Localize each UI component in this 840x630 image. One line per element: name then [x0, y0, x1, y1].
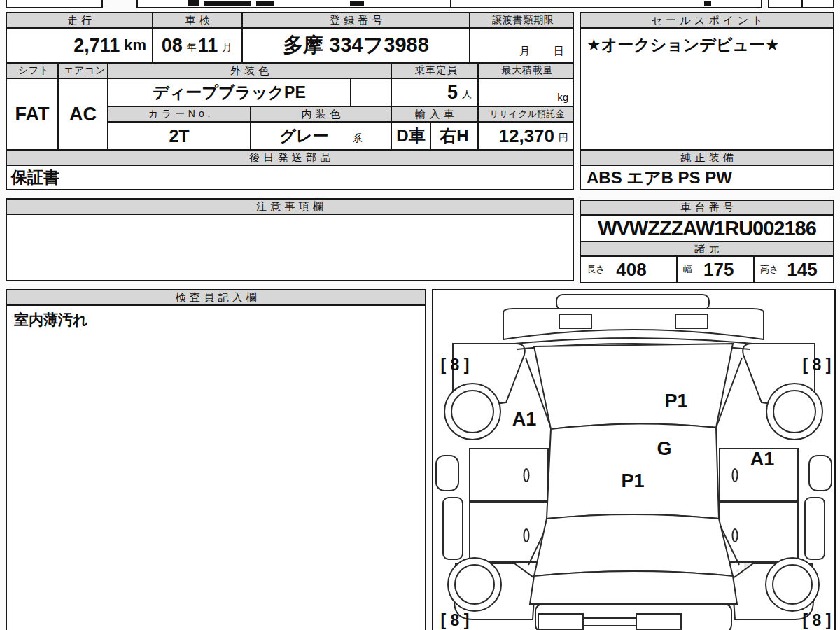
genuine-equipment-value: ABS エアB PS PW — [580, 164, 834, 190]
exterior-color-header: 外装色 — [107, 62, 392, 79]
exterior-color-value: ディープブラックPE — [107, 78, 351, 107]
cutoff-text-fragment — [188, 0, 199, 6]
car-top-view-diagram: WEB STUDIO.PRO — [433, 290, 834, 630]
import-car-value-1: D車 — [391, 121, 431, 150]
notice-header: 注意事項欄 — [6, 198, 574, 215]
spec-length-cell: 長さ 408 — [580, 255, 678, 284]
color-no-header: カラーNo. — [107, 106, 251, 122]
cutoff-text-fragment — [704, 1, 711, 6]
later-parts-header: 後日発送部品 — [6, 149, 574, 166]
cutoff-text-fragment — [204, 1, 251, 6]
inspection-header: 車検 — [152, 12, 243, 29]
auction-sheet: 走行 車検 登録番号 譲渡書類期限 2,711km 08年11月 多摩 334フ… — [0, 0, 840, 630]
right-rear-door — [720, 502, 798, 562]
spec-width-cell: 幅 175 — [676, 255, 755, 284]
rear-bumper-detail-center — [583, 618, 636, 626]
cutoff-row-segment — [136, 0, 451, 8]
notice-body — [6, 214, 574, 281]
recycle-deposit-header: リサイクル預託金 — [477, 106, 574, 122]
rear-bumper-detail-right — [636, 614, 681, 629]
cutoff-row-segment — [6, 0, 103, 8]
damage-diagram-box: WEB STUDIO.PRO — [432, 289, 836, 630]
spec-height-cell: 高さ 145 — [753, 255, 834, 284]
damage-code: A1 — [512, 409, 537, 430]
max-load-value: kg — [477, 78, 574, 107]
right-mirror — [809, 456, 832, 491]
import-car-header: 輸入車 — [391, 106, 479, 122]
cutoff-row-segment — [768, 0, 803, 8]
tire-depth-mark: [ 8 ] — [441, 611, 470, 629]
chassis-number-value: WVWZZZAW1RU002186 — [580, 214, 834, 242]
damage-code: G — [657, 438, 671, 459]
shift-header: シフト — [6, 62, 59, 79]
hood — [503, 309, 764, 340]
tire-depth-mark: [ 8 ] — [441, 356, 470, 374]
left-headlight — [559, 314, 592, 328]
cowl-line-1 — [514, 338, 752, 344]
capacity-header: 乗車定員 — [391, 62, 479, 79]
registration-header: 登録番号 — [241, 12, 470, 29]
recycle-deposit-value: 12,370円 — [477, 121, 574, 150]
aircon-value: AC — [57, 78, 108, 150]
left-sill — [443, 498, 463, 559]
right-headlight — [676, 314, 708, 328]
specs-header: 諸元 — [580, 241, 834, 257]
cutoff-text-fragment — [350, 1, 364, 6]
front-bumper — [556, 295, 709, 310]
interior-color-header: 内装色 — [250, 106, 392, 122]
aircon-header: エアコン — [57, 62, 108, 79]
rear-bumper-detail-left — [538, 614, 583, 629]
left-front-door — [470, 449, 548, 500]
damage-code: P1 — [664, 391, 687, 412]
exterior-color-spare-cell — [350, 78, 392, 107]
windshield — [534, 344, 733, 429]
capacity-value: 5人 — [391, 78, 479, 107]
interior-color-value: グレー系 — [250, 121, 392, 150]
max-load-header: 最大積載量 — [477, 62, 574, 79]
sales-point-header: セールスポイント — [580, 12, 834, 29]
chassis-number-header: 車台番号 — [580, 200, 834, 216]
genuine-equipment-header: 純正装備 — [580, 149, 834, 166]
inspection-value: 08年11月 — [152, 27, 243, 64]
rear-right-wheel — [766, 558, 819, 611]
registration-value: 多摩 334フ3988 — [241, 27, 470, 64]
cutoff-row-segment — [802, 0, 834, 8]
front-left-wheel — [444, 384, 500, 440]
mileage-value: 2,711km — [6, 27, 153, 64]
shift-value: FAT — [6, 78, 59, 150]
later-parts-value: 保証書 — [6, 164, 574, 190]
inspector-notes-header: 検査員記入欄 — [6, 289, 426, 306]
left-mirror — [436, 456, 458, 491]
inspector-notes-body: 室内薄汚れ — [6, 304, 426, 630]
rear-window — [534, 514, 733, 576]
trunk — [530, 571, 737, 604]
cutoff-text-fragment — [256, 1, 274, 6]
import-car-value-2: 右H — [430, 121, 479, 150]
left-rear-door — [470, 502, 548, 562]
front-right-wheel — [766, 384, 822, 440]
transfer-deadline-header: 譲渡書類期限 — [469, 12, 574, 29]
right-sill — [805, 498, 825, 559]
damage-code: A1 — [750, 449, 775, 470]
damage-code: P1 — [621, 470, 644, 491]
tire-depth-mark: [ 8 ] — [803, 356, 832, 374]
mileage-header: 走行 — [6, 12, 153, 29]
tire-depth-mark: [ 8 ] — [803, 611, 832, 629]
transfer-deadline-value: 月日 — [469, 27, 574, 64]
rear-left-wheel — [448, 558, 501, 611]
cutoff-row-segment — [450, 0, 762, 8]
color-no-value: 2T — [107, 121, 251, 150]
sales-point-value: ★オークションデビュー★ — [580, 27, 834, 150]
